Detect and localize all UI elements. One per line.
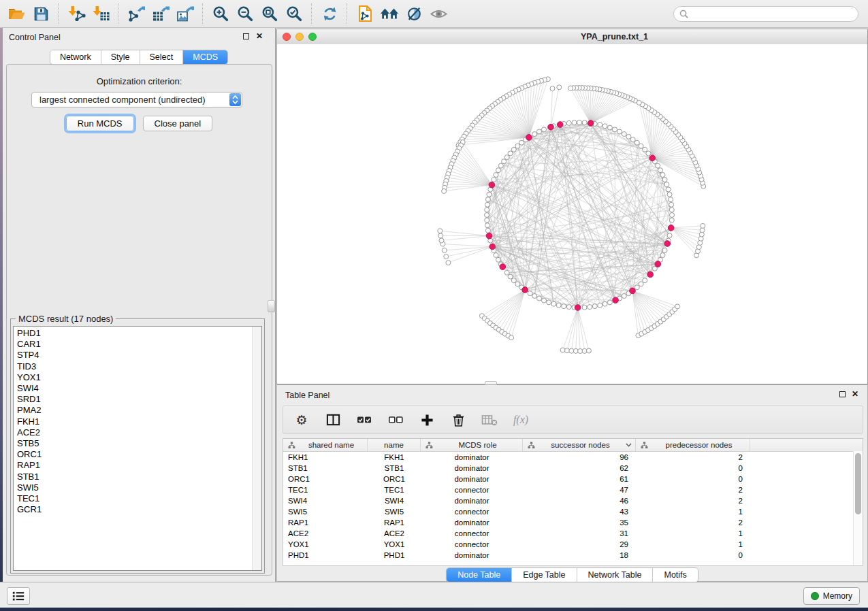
table-scrollbar-thumb[interactable] — [855, 453, 861, 514]
mcds-result-node[interactable]: STB5 — [14, 438, 252, 449]
tab-style[interactable]: Style — [101, 50, 140, 64]
refresh-layout-button[interactable] — [317, 2, 342, 25]
table-scrollbar[interactable] — [853, 451, 863, 565]
table-cell-successor-nodes[interactable]: 46 — [523, 497, 636, 505]
table-cell-name[interactable]: STB1 — [368, 464, 421, 472]
table-cell-shared-name[interactable]: TEC1 — [283, 486, 368, 494]
delete-column-button[interactable] — [449, 410, 467, 429]
table-cell-successor-nodes[interactable]: 43 — [523, 508, 636, 516]
zoom-selected-button[interactable] — [282, 2, 306, 25]
tab-network[interactable]: Network — [50, 50, 101, 64]
table-cell-shared-name[interactable]: RAP1 — [283, 518, 368, 527]
mcds-result-node[interactable]: ACE2 — [14, 427, 252, 438]
table-cell-successor-nodes[interactable]: 61 — [523, 475, 636, 483]
table-cell-name[interactable]: FKH1 — [368, 453, 421, 461]
table-row[interactable]: ACE2ACE2connector311 — [283, 528, 863, 539]
mcds-result-node[interactable]: ORC1 — [14, 449, 252, 460]
table-tab-network-table[interactable]: Network Table — [577, 568, 654, 582]
mcds-result-list[interactable]: PHD1CAR1STP4TID3YOX1SWI4SRD1PMA2FKH1ACE2… — [13, 326, 262, 571]
table-cell-predecessor-nodes[interactable]: 1 — [636, 529, 750, 538]
table-cell-mcds-role[interactable]: dominator — [421, 453, 523, 461]
node-table[interactable]: shared namenameMCDS rolesuccessor nodesp… — [283, 438, 863, 566]
zoom-fit-button[interactable] — [257, 2, 282, 25]
close-panel-button[interactable]: Close panel — [143, 116, 213, 131]
deselect-all-columns-button[interactable] — [387, 410, 404, 429]
zoom-out-button[interactable] — [233, 2, 257, 25]
table-cell-shared-name[interactable]: SWI5 — [283, 508, 368, 516]
table-row[interactable]: PHD1PHD1dominator180 — [283, 550, 863, 561]
search-input[interactable] — [692, 9, 852, 20]
mcds-result-node[interactable]: CAR1 — [14, 339, 252, 350]
column-header-shared-name[interactable]: shared name — [283, 439, 368, 451]
table-settings-button[interactable]: ⚙ — [293, 410, 310, 429]
select-all-columns-button[interactable] — [355, 410, 373, 429]
export-image-button[interactable] — [173, 2, 197, 25]
mcds-result-node[interactable]: RAP1 — [14, 460, 252, 471]
table-cell-predecessor-nodes[interactable]: 2 — [636, 453, 750, 461]
table-row[interactable]: RAP1RAP1dominator352 — [283, 517, 863, 528]
mcds-result-node[interactable]: PHD1 — [14, 328, 252, 339]
import-network-button[interactable] — [64, 2, 89, 25]
add-column-button[interactable] — [418, 410, 436, 429]
mcds-result-node[interactable]: YOX1 — [14, 372, 252, 383]
tab-mcds[interactable]: MCDS — [183, 50, 227, 64]
table-cell-mcds-role[interactable]: dominator — [421, 518, 523, 527]
mcds-result-node[interactable]: FKH1 — [14, 416, 252, 427]
mcds-result-node[interactable]: SRD1 — [14, 394, 252, 405]
table-cell-shared-name[interactable]: ACE2 — [283, 529, 368, 538]
table-cell-name[interactable]: ORC1 — [368, 475, 421, 483]
table-tab-node-table[interactable]: Node Table — [447, 568, 512, 582]
export-network-button[interactable] — [124, 2, 148, 25]
mcds-result-node[interactable]: STB1 — [14, 472, 252, 482]
column-header-successor-nodes[interactable]: successor nodes — [523, 439, 636, 451]
show-column-panel-button[interactable] — [324, 410, 342, 429]
navigator-button[interactable] — [426, 2, 451, 25]
table-cell-shared-name[interactable]: FKH1 — [283, 453, 368, 461]
mcds-result-node[interactable]: SWI4 — [14, 383, 252, 394]
table-tab-edge-table[interactable]: Edge Table — [512, 568, 577, 582]
table-cell-mcds-role[interactable]: dominator — [421, 497, 523, 505]
float-panel-icon[interactable] — [243, 33, 249, 39]
tab-select[interactable]: Select — [140, 50, 184, 64]
column-header-predecessor-nodes[interactable]: predecessor nodes — [636, 439, 750, 451]
table-cell-name[interactable]: SWI5 — [368, 508, 421, 516]
table-cell-successor-nodes[interactable]: 31 — [523, 529, 636, 538]
mcds-result-node[interactable]: TID3 — [14, 361, 252, 372]
table-tab-motifs[interactable]: Motifs — [653, 568, 697, 582]
home-networks-button[interactable] — [377, 2, 402, 25]
table-cell-successor-nodes[interactable]: 62 — [523, 464, 636, 472]
table-cell-shared-name[interactable]: PHD1 — [283, 551, 368, 559]
table-row[interactable]: YOX1YOX1connector291 — [283, 539, 863, 550]
table-cell-mcds-role[interactable]: connector — [421, 529, 523, 538]
table-cell-shared-name[interactable]: YOX1 — [283, 540, 368, 548]
table-cell-successor-nodes[interactable]: 35 — [523, 518, 636, 527]
save-session-button[interactable] — [29, 2, 53, 25]
window-minimize-traffic-light[interactable] — [295, 33, 304, 41]
table-row[interactable]: FKH1FKH1dominator962 — [283, 452, 863, 463]
hide-graphics-details-button[interactable] — [402, 2, 426, 25]
table-row[interactable]: ORC1ORC1dominator610 — [283, 474, 863, 484]
network-from-file-button[interactable] — [353, 2, 377, 25]
table-cell-successor-nodes[interactable]: 29 — [523, 540, 636, 548]
table-cell-name[interactable]: PHD1 — [368, 551, 421, 559]
table-row[interactable]: STB1STB1dominator620 — [283, 463, 863, 474]
zoom-in-button[interactable] — [208, 2, 233, 25]
column-header-mcds-role[interactable]: MCDS role — [421, 439, 523, 451]
table-cell-successor-nodes[interactable]: 96 — [523, 453, 636, 461]
vertical-splitter-handle[interactable] — [268, 300, 275, 312]
network-canvas[interactable] — [277, 44, 867, 384]
mcds-result-node[interactable]: STP4 — [14, 350, 252, 361]
table-row[interactable]: TEC1TEC1connector472 — [283, 484, 863, 495]
import-table-button[interactable] — [89, 2, 113, 25]
export-table-button[interactable] — [148, 2, 173, 25]
window-maximize-traffic-light[interactable] — [308, 33, 317, 41]
mcds-result-node[interactable]: TEC1 — [14, 493, 252, 504]
mcds-result-node[interactable]: PMA2 — [14, 405, 252, 416]
float-table-panel-icon[interactable] — [839, 391, 846, 397]
table-cell-shared-name[interactable]: STB1 — [283, 464, 368, 472]
table-cell-shared-name[interactable]: SWI4 — [283, 497, 368, 505]
table-cell-successor-nodes[interactable]: 18 — [523, 551, 636, 559]
show-panels-list-button[interactable] — [7, 587, 30, 605]
optimization-criterion-select[interactable]: largest connected component (undirected) — [31, 92, 242, 108]
memory-button[interactable]: Memory — [803, 587, 860, 605]
